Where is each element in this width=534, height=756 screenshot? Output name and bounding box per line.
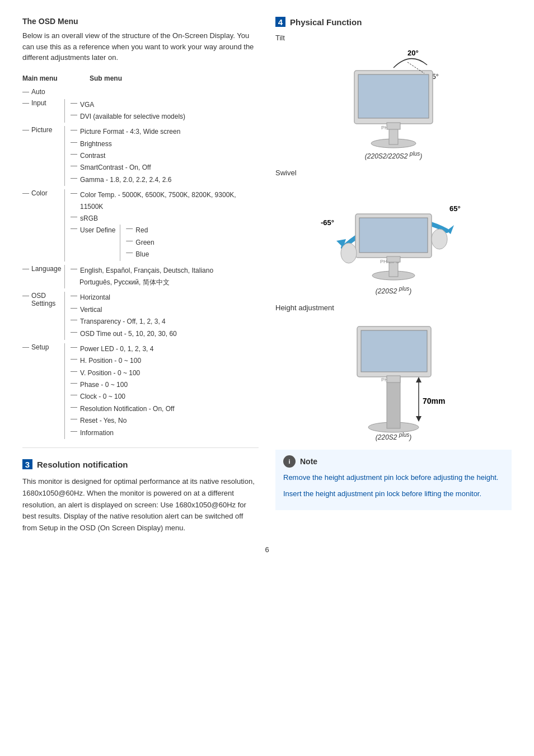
picture-brightness: — Brightness	[71, 138, 259, 150]
language-label: Language	[31, 265, 61, 273]
height-arrow-bottom	[416, 416, 421, 422]
note-icon: i	[283, 455, 296, 468]
osd-title: The OSD Menu	[22, 17, 259, 26]
height-mm-label: 70mm	[423, 396, 445, 405]
color-temp: — Color Temp. - 5000K, 6500K, 7500K, 820…	[71, 189, 259, 212]
osd-settings-label: OSD Settings	[31, 292, 64, 307]
color-label: Color	[31, 189, 48, 197]
swivel-neck	[387, 256, 400, 262]
setup-power-led: — Power LED - 0, 1, 2, 3, 4	[71, 343, 259, 354]
language-sub-tree: — English, Español, Français, Deutsch, I…	[64, 265, 259, 289]
input-sub-dvi: — DVI (available for selective models)	[71, 111, 259, 122]
osd-transparency: — Transparency - Off, 1, 2, 3, 4	[71, 316, 259, 327]
menu-color-group: — Color — Color Temp. - 5000K, 6500K, 75…	[22, 189, 259, 261]
osd-menu: Main menu Sub menu — Auto — Input —	[22, 74, 259, 440]
header-sub: Sub menu	[90, 74, 122, 82]
osd-header: Main menu Sub menu	[22, 74, 259, 82]
picture-sub-tree: — Picture Format - 4:3, Wide screen — Br…	[64, 126, 259, 186]
osd-settings-dash: —	[22, 292, 29, 300]
phys-title: Physical Function	[290, 17, 362, 27]
tilt-label: Tilt	[275, 34, 512, 42]
setup-clock: — Clock - 0 ~ 100	[71, 391, 259, 402]
color-sub-tree: — Color Temp. - 5000K, 6500K, 7500K, 820…	[64, 189, 259, 261]
osd-settings-label-cell: — OSD Settings	[22, 292, 64, 340]
auto-label: Auto	[31, 88, 45, 96]
menu-language-group: — Language — English, Español, Français,…	[22, 265, 259, 289]
height-neck	[387, 376, 400, 382]
setup-sub-tree: — Power LED - 0, 1, 2, 3, 4 — H. Positio…	[64, 343, 259, 439]
setup-label-cell: — Setup	[22, 343, 64, 439]
svg-text:i: i	[288, 458, 290, 465]
osd-intro: Below is an overall view of the structur…	[22, 30, 259, 63]
swivel-label: Swivel	[275, 169, 512, 177]
input-label-cell: — Input	[22, 99, 64, 123]
section3: 3 Resolution notification This monitor i…	[22, 459, 259, 534]
height-arrow-top	[416, 377, 421, 382]
color-srgb: — sRGB	[71, 213, 259, 224]
swivel-hand-left	[341, 243, 357, 263]
swivel-65-label: 65°	[449, 204, 461, 213]
section3-badge: 3	[22, 459, 32, 469]
note-section: i Note Remove the height adjustment pin …	[275, 450, 512, 510]
tilt-20-label: 20°	[407, 49, 419, 57]
osd-timeout: — OSD Time out - 5, 10, 20, 30, 60	[71, 328, 259, 339]
picture-contrast: — Contrast	[71, 150, 259, 161]
color-userdefine: — User Define — Red — Green	[71, 225, 259, 260]
tilt-svg: 20° -5° PHILIPS	[321, 45, 466, 155]
picture-label: Picture	[31, 126, 52, 134]
language-dash: —	[22, 265, 29, 273]
menu-osd-settings-group: — OSD Settings — Horizontal — Vertical —…	[22, 292, 259, 340]
auto-dash: —	[22, 88, 29, 96]
divider	[22, 447, 259, 448]
setup-resolution-notification: — Resolution Notification - On, Off	[71, 403, 259, 414]
section3-title: Resolution notification	[37, 460, 128, 469]
setup-label: Setup	[31, 343, 49, 351]
swivel-hand-right	[432, 229, 447, 249]
note-text2: Insert the height adjustment pin lock be…	[283, 488, 504, 500]
auto-label-cell: — Auto	[22, 88, 64, 96]
picture-label-cell: — Picture	[22, 126, 64, 186]
phys-title-row: 4 Physical Function	[275, 17, 512, 27]
color-green: — Green	[126, 237, 154, 248]
height-screen	[361, 330, 427, 372]
setup-phase: — Phase - 0 ~ 100	[71, 379, 259, 390]
section3-text: This monitor is designed for optimal per…	[22, 476, 259, 534]
menu-picture-group: — Picture — Picture Format - 4:3, Wide s…	[22, 126, 259, 186]
osd-vertical: — Vertical	[71, 304, 259, 315]
color-red: — Red	[126, 225, 154, 236]
height-section: Height adjustment PHILIPS	[275, 304, 512, 438]
swivel-screen	[359, 218, 428, 253]
swivel-diagram: -65° 65° PHILIP	[315, 180, 472, 292]
menu-input-group: — Input — VGA — DVI (available for selec…	[22, 99, 259, 123]
height-svg: PHILIPS 70mm	[321, 315, 466, 436]
note-icon-svg: i	[284, 456, 294, 466]
menu-setup-group: — Setup — Power LED - 0, 1, 2, 3, 4 — H.…	[22, 343, 259, 439]
picture-smartcontrast: — SmartContrast - On, Off	[71, 162, 259, 173]
input-sub-tree: — VGA — DVI (available for selective mod…	[64, 99, 259, 123]
menu-auto-group: — Auto	[22, 88, 259, 96]
tilt-section: Tilt 20° -5°	[275, 34, 512, 157]
swivel-svg: -65° 65° PHILIP	[315, 180, 472, 290]
section3-title-row: 3 Resolution notification	[22, 459, 259, 469]
input-label: Input	[31, 99, 46, 107]
tilt-diagram: 20° -5° PHILIPS	[321, 45, 466, 157]
right-column: 4 Physical Function Tilt 20° -5°	[275, 17, 512, 534]
input-dash: —	[22, 99, 29, 107]
page-number: 6	[22, 545, 512, 554]
picture-format: — Picture Format - 4:3, Wide screen	[71, 126, 259, 137]
setup-information: — Information	[71, 427, 259, 438]
setup-h-position: — H. Position - 0 ~ 100	[71, 355, 259, 366]
note-header: i Note	[283, 455, 504, 468]
input-sub-vga: — VGA	[71, 99, 259, 110]
picture-gamma: — Gamma - 1.8, 2.0, 2.2, 2.4, 2.6	[71, 174, 259, 185]
osd-settings-sub-tree: — Horizontal — Vertical — Transparency -…	[64, 292, 259, 340]
tilt-neck	[387, 123, 400, 129]
phys-badge: 4	[275, 17, 285, 27]
picture-dash: —	[22, 126, 29, 134]
setup-reset: — Reset - Yes, No	[71, 415, 259, 426]
tilt-arc	[394, 59, 427, 68]
height-stand	[387, 377, 400, 428]
swivel-neg65-label: -65°	[321, 218, 334, 227]
note-text1: Remove the height adjustment pin lock be…	[283, 472, 504, 484]
user-define-tree: — Red — Green — Blue	[120, 225, 154, 260]
